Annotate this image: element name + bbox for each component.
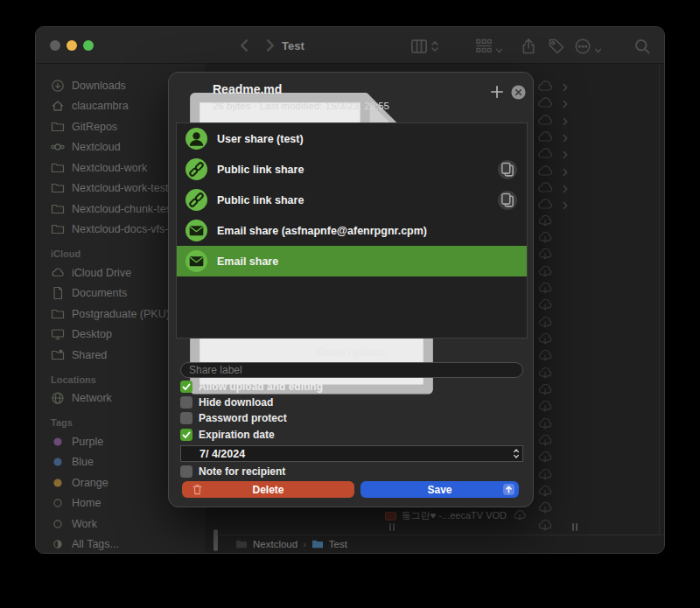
path-bar: Nextcloud › Test	[219, 535, 664, 553]
share-list: User share (test)Public link sharePublic…	[176, 122, 528, 339]
columns-view-icon[interactable]	[410, 38, 428, 55]
download-icon	[51, 79, 65, 93]
cloud-download-icon	[536, 283, 554, 296]
folder-icon	[51, 307, 65, 321]
add-share-button[interactable]	[489, 84, 505, 100]
sidebar-item-label: Postgraduate (PKU)	[72, 308, 170, 320]
sidebar-item-label: Desktop	[72, 328, 112, 340]
cloud-download-icon	[536, 232, 554, 245]
copy-link-button[interactable]	[498, 191, 517, 210]
sidebar-item-label: Orange	[72, 477, 108, 489]
tag-ring-icon	[51, 517, 65, 531]
date-stepper[interactable]	[512, 446, 521, 461]
folder-icon	[235, 539, 248, 549]
cloud-status-icon	[536, 130, 554, 143]
sidebar-item-label: Network	[72, 392, 112, 404]
share-row[interactable]: User share (test)	[177, 123, 527, 154]
group-by-icon[interactable]	[475, 38, 493, 55]
traffic-lights	[50, 40, 94, 51]
checkbox-icon[interactable]	[180, 465, 192, 478]
checkbox-icon[interactable]	[180, 381, 192, 393]
share-row[interactable]: Public link share	[177, 154, 527, 185]
cloud-status-icon	[536, 80, 554, 93]
copy-link-button[interactable]	[498, 160, 517, 179]
back-button[interactable]	[235, 37, 253, 54]
cloud-download-icon	[536, 384, 554, 397]
scrollbar-thumb[interactable]	[214, 529, 218, 551]
cloud-download-icon	[536, 317, 554, 330]
sidebar-item-label: Nextcloud	[72, 141, 121, 153]
tag-icon[interactable]	[548, 38, 565, 55]
document-icon	[51, 286, 65, 300]
user-icon	[186, 128, 207, 150]
checkbox-icon[interactable]	[180, 412, 192, 424]
share-row[interactable]: Email share	[177, 246, 527, 276]
file-row[interactable]: 동그란♥ -...eecaTV VOD	[385, 509, 528, 522]
folder-icon	[51, 181, 65, 195]
link-icon	[186, 189, 207, 211]
checkbox-icon[interactable]	[180, 429, 192, 441]
cloud-status-icon	[536, 198, 554, 211]
checkbox-label: Hide download	[199, 396, 273, 409]
option-checkbox-row[interactable]: Password protect	[180, 411, 287, 425]
column-divider	[659, 64, 660, 535]
cloud-download-icon	[512, 510, 528, 522]
cloud-status-icon	[536, 96, 554, 109]
forward-button[interactable]	[262, 37, 279, 54]
expiration-date-field[interactable]: 7/ 4/2024	[180, 445, 523, 462]
upload-badge-icon	[503, 484, 514, 495]
trash-icon	[192, 484, 203, 495]
breadcrumb-item[interactable]: Nextcloud	[253, 539, 298, 549]
checkbox-icon[interactable]	[180, 396, 192, 409]
share-label-input[interactable]	[180, 362, 523, 378]
close-window-button[interactable]	[50, 40, 60, 51]
more-icon[interactable]	[574, 38, 592, 55]
zoom-window-button[interactable]	[83, 40, 94, 51]
share-row[interactable]: Email share (asfnapnfe@afenrpgnr.cpm)	[177, 215, 527, 246]
delete-button[interactable]: Delete	[182, 481, 354, 498]
sidebar-item-label: Nextcloud-work-test	[72, 182, 168, 194]
share-icon[interactable]	[520, 38, 537, 55]
sidebar-item-all-tags-[interactable]: All Tags...	[36, 535, 206, 554]
chevron-right-icon	[560, 115, 570, 125]
sidebar-item-label: Work	[72, 518, 97, 530]
share-row[interactable]: Public link share	[177, 185, 527, 215]
option-checkbox-row[interactable]: Allow upload and editing	[180, 380, 323, 394]
file-name: 동그란♥ -...eecaTV VOD	[402, 509, 507, 522]
view-updown-icon[interactable]	[430, 38, 440, 55]
option-checkbox-row[interactable]: Hide download	[180, 395, 273, 409]
column-resize-handle[interactable]	[572, 523, 579, 531]
checkbox-label: Allow upload and editing	[199, 381, 323, 393]
chevron-right-icon	[560, 131, 570, 142]
save-button[interactable]: Save	[360, 481, 519, 498]
column-resize-handle[interactable]	[389, 523, 396, 531]
note-for-recipient-checkbox-row[interactable]: Note for recipient	[180, 465, 285, 479]
link-icon	[186, 158, 207, 180]
sidebar-item-label: Home	[72, 497, 101, 509]
cloud-download-icon	[536, 333, 554, 346]
option-checkbox-row[interactable]: Expiration date	[180, 428, 275, 442]
minimize-window-button[interactable]	[66, 40, 77, 51]
sidebar-item-label: Nextcloud-chunk-tes	[72, 203, 172, 215]
close-dialog-button[interactable]	[511, 85, 526, 100]
cloud-download-icon	[536, 248, 554, 262]
chevron-right-icon	[560, 80, 570, 91]
cloud-status-icon	[536, 147, 554, 160]
share-label: Email share	[217, 255, 278, 268]
cloud-download-icon	[536, 469, 554, 482]
sidebar-item-label: Documents	[72, 287, 127, 299]
cloud-status-icon	[536, 181, 554, 194]
share-label: Email share (asfnapnfe@afenrpgnr.cpm)	[217, 225, 427, 237]
shared-folder-icon	[51, 348, 65, 362]
tag-dot-icon	[51, 476, 65, 490]
sidebar-item-work[interactable]: Work	[36, 514, 206, 535]
cloud-download-icon	[536, 418, 554, 431]
chevron-right-icon	[560, 97, 570, 108]
search-icon[interactable]	[634, 38, 651, 55]
home-icon	[51, 99, 65, 113]
cloud-status-icon	[536, 164, 554, 178]
cloud-download-icon	[536, 435, 554, 448]
cloud-status-icon	[536, 114, 554, 127]
cloud-download-icon	[536, 367, 554, 381]
breadcrumb-item[interactable]: Test	[329, 539, 347, 549]
